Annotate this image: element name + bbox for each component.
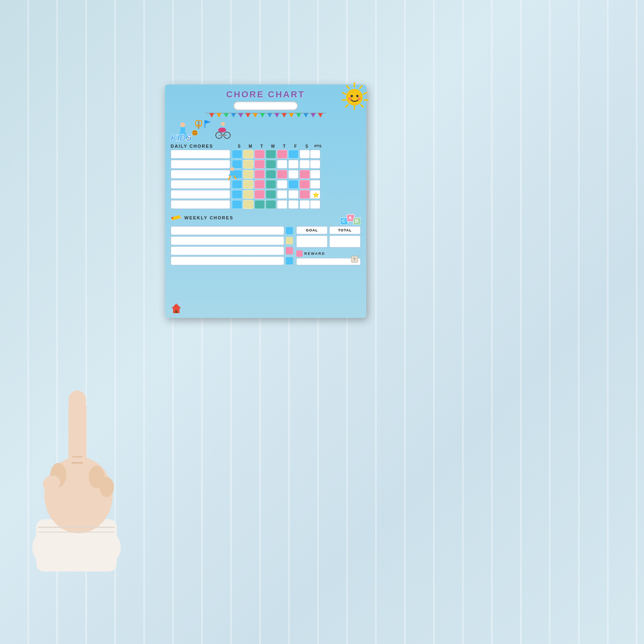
- chore-cells-3: [232, 170, 310, 179]
- cell-6-w[interactable]: [266, 200, 276, 209]
- svg-marker-37: [267, 113, 272, 118]
- cell-4-m[interactable]: [243, 180, 254, 189]
- weekly-input-4[interactable]: [171, 256, 284, 265]
- pts-3[interactable]: [310, 170, 320, 179]
- total-input[interactable]: [329, 235, 361, 248]
- cell-6-t[interactable]: [254, 200, 265, 209]
- reward-input-box[interactable]: ?: [296, 258, 361, 265]
- chore-cells-6: [232, 200, 310, 209]
- chore-input-4[interactable]: [171, 180, 230, 189]
- svg-point-23: [346, 89, 363, 105]
- cell-4-s[interactable]: [232, 180, 242, 189]
- svg-line-65: [229, 176, 230, 180]
- cell-4-w[interactable]: [266, 180, 276, 189]
- weekly-dot-3: [286, 247, 293, 254]
- pts-5[interactable]: ⭐: [310, 190, 320, 199]
- cell-1-t2[interactable]: [277, 150, 287, 159]
- weekly-input-2[interactable]: [171, 236, 284, 245]
- goal-input[interactable]: [296, 235, 328, 248]
- weekly-input-3[interactable]: [171, 246, 284, 255]
- cell-4-f[interactable]: [288, 180, 299, 189]
- svg-point-48: [192, 130, 198, 136]
- svg-text:⭐: ⭐: [312, 192, 320, 198]
- goal-label: GOAL: [296, 226, 328, 234]
- cell-1-m[interactable]: [243, 150, 254, 159]
- svg-point-24: [351, 95, 353, 97]
- cell-1-w[interactable]: [266, 150, 276, 159]
- cell-6-t2[interactable]: [277, 200, 287, 209]
- svg-marker-36: [260, 113, 265, 118]
- svg-marker-30: [217, 113, 221, 118]
- cell-2-s2[interactable]: [299, 160, 310, 169]
- cell-1-s[interactable]: [232, 150, 242, 159]
- pts-6[interactable]: [310, 200, 320, 209]
- cell-2-t[interactable]: [254, 160, 265, 169]
- cell-3-f[interactable]: [288, 170, 299, 179]
- weekly-dot-2: [286, 237, 293, 244]
- cell-6-m[interactable]: [243, 200, 254, 209]
- chore-input-1[interactable]: [171, 150, 230, 159]
- total-label: TOTAL: [329, 226, 361, 234]
- svg-line-19: [346, 105, 348, 107]
- weekly-dot-4: [286, 257, 293, 264]
- pencil-icon: [171, 214, 183, 222]
- cell-5-t2[interactable]: [277, 190, 287, 199]
- chore-input-2[interactable]: [171, 160, 230, 169]
- cell-5-s2[interactable]: [299, 190, 310, 199]
- daily-chores-label: DAILY CHORES: [171, 144, 233, 149]
- weekly-dot-1: [286, 227, 293, 234]
- weekly-chores-label: WEEKLY CHORES: [184, 215, 233, 220]
- svg-point-57: [221, 122, 225, 126]
- chore-cells-1: [232, 150, 310, 159]
- cell-4-t[interactable]: [254, 180, 265, 189]
- cell-2-m[interactable]: [243, 160, 254, 169]
- cell-3-w[interactable]: [266, 170, 276, 179]
- cell-3-t[interactable]: [254, 170, 265, 179]
- cell-1-f[interactable]: [288, 150, 299, 159]
- cell-3-t2[interactable]: [277, 170, 287, 179]
- cell-5-f[interactable]: [288, 190, 299, 199]
- cell-2-w[interactable]: [266, 160, 276, 169]
- svg-line-21: [343, 93, 346, 94]
- day-m: M: [245, 144, 256, 149]
- cell-1-s2[interactable]: [299, 150, 310, 159]
- chore-input-6[interactable]: [171, 200, 230, 209]
- cell-5-m[interactable]: [243, 190, 254, 199]
- chore-input-3[interactable]: [171, 170, 230, 179]
- chore-chart: CHORE CHART: [165, 85, 366, 318]
- cell-1-t[interactable]: [254, 150, 265, 159]
- day-w: W: [268, 144, 278, 149]
- cell-2-f[interactable]: [288, 160, 299, 169]
- cell-4-s2[interactable]: [299, 180, 310, 189]
- cell-5-t[interactable]: [254, 190, 265, 199]
- cell-5-s[interactable]: [232, 190, 242, 199]
- svg-line-17: [361, 105, 363, 107]
- cell-5-w[interactable]: [266, 190, 276, 199]
- chore-input-5[interactable]: [171, 190, 230, 199]
- cell-6-s2[interactable]: [299, 200, 310, 209]
- svg-marker-39: [282, 113, 287, 118]
- cell-4-t2[interactable]: [277, 180, 287, 189]
- cell-6-f[interactable]: [288, 200, 299, 209]
- name-input-box[interactable]: [233, 101, 298, 110]
- pts-1[interactable]: [310, 150, 320, 159]
- svg-line-15: [363, 93, 367, 94]
- weekly-input-1[interactable]: [171, 226, 284, 235]
- pts-2[interactable]: [310, 160, 320, 169]
- chore-cells-5: [232, 190, 310, 199]
- goal-total-inputs: [296, 235, 361, 248]
- svg-marker-38: [275, 113, 279, 118]
- svg-point-26: [349, 97, 352, 100]
- pts-4[interactable]: [310, 180, 320, 189]
- svg-point-4: [68, 390, 86, 411]
- svg-marker-44: [318, 113, 323, 118]
- chore-row-5: ⭐: [171, 190, 361, 199]
- svg-point-49: [180, 122, 185, 127]
- sun-icon: [339, 81, 369, 111]
- chore-row-6: [171, 200, 361, 209]
- cell-2-t2[interactable]: [277, 160, 287, 169]
- day-headers: S M T W T F S PTS: [234, 144, 323, 149]
- cell-3-m[interactable]: [243, 170, 254, 179]
- cell-3-s2[interactable]: [299, 170, 310, 179]
- cell-6-s[interactable]: [232, 200, 242, 209]
